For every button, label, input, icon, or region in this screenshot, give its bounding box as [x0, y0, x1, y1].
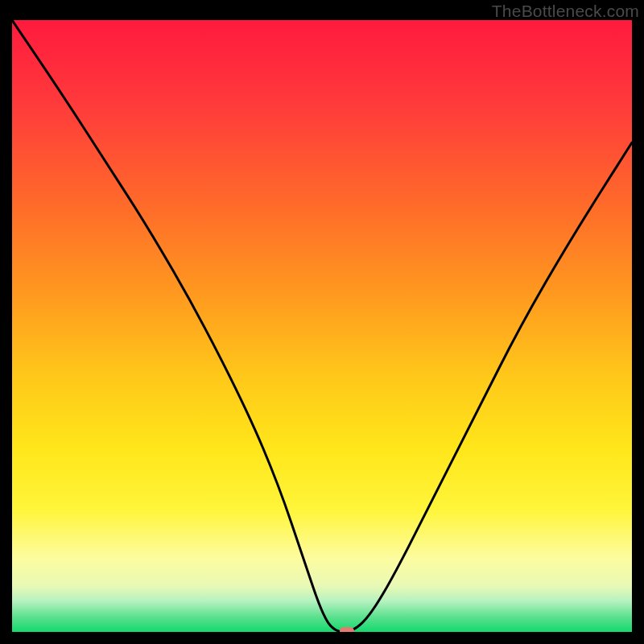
- optimal-marker-icon: [340, 627, 354, 632]
- attribution-text: TheBottleneck.com: [492, 2, 639, 21]
- bottleneck-curve: [12, 20, 632, 632]
- bottleneck-chart: [12, 20, 632, 632]
